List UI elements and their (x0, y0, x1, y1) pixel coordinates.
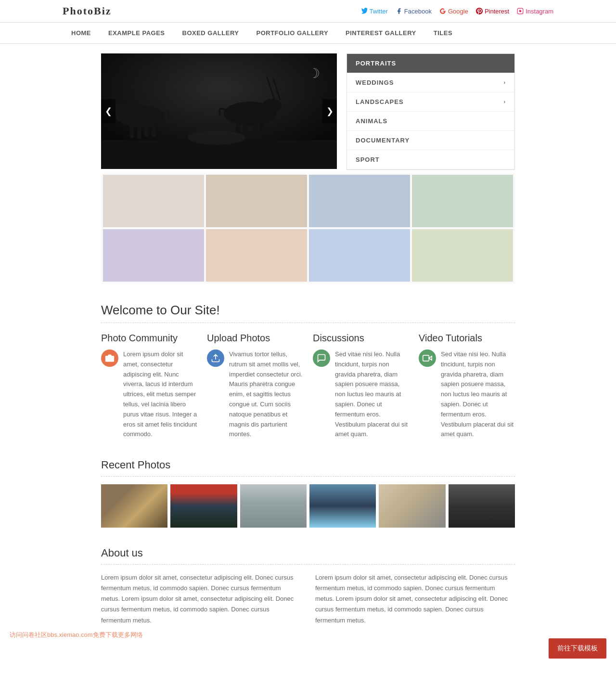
category-sidebar: PORTRAITS WEDDINGS › LANDSCAPES › ANIMAL… (346, 53, 515, 170)
photos-grid (101, 484, 515, 528)
photo-thumb-1[interactable] (101, 484, 167, 528)
svg-rect-25 (423, 355, 429, 361)
gallery-thumb[interactable] (412, 229, 513, 282)
svg-rect-11 (144, 123, 148, 137)
photo-thumb-5[interactable] (379, 484, 445, 528)
camera-icon (101, 349, 118, 367)
slider-prev-button[interactable]: ❮ (101, 99, 116, 123)
feature-title-discussions: Discussions (313, 333, 409, 344)
svg-rect-10 (137, 125, 141, 139)
about-grid: Lorem ipsum dolor sit amet, consectetur … (101, 572, 515, 625)
gallery-thumb[interactable] (103, 175, 204, 227)
feature-body-discussions: Sed vitae nisi leo. Nulla tincidunt, tur… (313, 349, 409, 440)
header: PhotoBiz Twitter Facebook Google Pintere… (0, 0, 616, 23)
sidebar-item-sport[interactable]: SPORT (347, 150, 514, 169)
welcome-heading: Welcome to Our Site! (101, 303, 515, 323)
svg-point-14 (262, 99, 282, 112)
twitter-label: Twitter (370, 8, 388, 15)
facebook-icon (396, 8, 402, 14)
gallery-thumb[interactable] (206, 175, 307, 227)
nav-portfolio-gallery[interactable]: PORTFOLIO GALLERY (248, 23, 337, 43)
logo: PhotoBiz (63, 5, 112, 17)
svg-marker-24 (429, 356, 432, 360)
cta-button[interactable]: 前往下载模板 (549, 638, 606, 645)
pinterest-link[interactable]: Pinterest (476, 8, 509, 15)
google-label: Google (448, 8, 468, 15)
gallery-thumb[interactable] (412, 175, 513, 227)
video-icon (419, 349, 436, 367)
nav-boxed-gallery[interactable]: BOXED GALLERY (174, 23, 248, 43)
about-text-left: Lorem ipsum dolor sit amet, consectetur … (101, 572, 301, 625)
feature-body-video: Sed vitae nisi leo. Nulla tincidunt, tur… (419, 349, 515, 440)
instagram-icon (517, 8, 524, 14)
svg-rect-19 (253, 122, 257, 136)
feature-text-upload: Vivamus tortor tellus, rutrum sit amet m… (229, 349, 303, 440)
sidebar-item-portraits[interactable]: PORTRAITS (347, 54, 514, 73)
pinterest-icon (476, 8, 483, 14)
instagram-link[interactable]: Instagram (517, 8, 553, 15)
image-slider: ☽ ❮ ❯ (101, 53, 337, 169)
recent-photos-section: Recent Photos (101, 459, 515, 528)
instagram-label: Instagram (526, 8, 553, 15)
about-heading: About us (101, 547, 515, 565)
photo-thumb-2[interactable] (170, 484, 237, 528)
feature-body-community: Lorem ipsum dolor sit amet, consectetur … (101, 349, 197, 440)
feature-video-tutorials: Video Tutorials Sed vitae nisi leo. Null… (419, 333, 515, 440)
svg-point-21 (188, 130, 245, 145)
nav-example-pages[interactable]: EXAMPLE PAGES (100, 23, 174, 43)
hero-section: ☽ ❮ ❯ PORTRAITS WEDDINGS › LANDSCAPES › (101, 53, 515, 170)
discussion-icon (313, 349, 330, 367)
navigation: HOME EXAMPLE PAGES BOXED GALLERY PORTFOL… (0, 23, 616, 44)
photo-thumb-3[interactable] (240, 484, 307, 528)
watermark: 访问问卷社区bbs.xiemao.com免费下载更多网络 (10, 631, 143, 639)
social-links: Twitter Facebook Google Pinterest Instag… (361, 8, 553, 15)
feature-text-video: Sed vitae nisi leo. Nulla tincidunt, tur… (441, 349, 515, 440)
slider-next-button[interactable]: ❯ (322, 99, 337, 123)
nav-tiles[interactable]: TILES (425, 23, 461, 43)
feature-text-discussions: Sed vitae nisi leo. Nulla tincidunt, tur… (335, 349, 409, 440)
landscapes-arrow-icon: › (504, 99, 506, 104)
welcome-section: Welcome to Our Site! (101, 303, 515, 323)
pinterest-label: Pinterest (485, 8, 509, 15)
feature-body-upload: Vivamus tortor tellus, rutrum sit amet m… (207, 349, 303, 440)
feature-title-video: Video Tutorials (419, 333, 515, 344)
bottom-cta: 前往下载模板 (549, 638, 606, 645)
nav-home[interactable]: HOME (63, 23, 100, 43)
gallery-thumb[interactable] (206, 229, 307, 282)
photo-thumb-6[interactable] (449, 484, 515, 528)
hero-svg (101, 53, 337, 169)
sidebar-item-animals[interactable]: ANIMALS (347, 112, 514, 131)
slider-image: ☽ (101, 53, 337, 169)
sidebar-item-weddings[interactable]: WEDDINGS › (347, 73, 514, 92)
google-link[interactable]: Google (439, 8, 468, 15)
facebook-link[interactable]: Facebook (396, 8, 432, 15)
about-section: About us Lorem ipsum dolor sit amet, con… (101, 547, 515, 625)
upload-icon (207, 349, 224, 367)
recent-photos-heading: Recent Photos (101, 459, 515, 477)
twitter-icon (361, 8, 368, 14)
svg-rect-20 (260, 123, 264, 137)
gallery-thumb[interactable] (309, 229, 410, 282)
sidebar-item-documentary[interactable]: DOCUMENTARY (347, 131, 514, 150)
feature-text-community: Lorem ipsum dolor sit amet, consectetur … (123, 349, 197, 440)
svg-rect-12 (152, 125, 155, 137)
sidebar-item-landscapes[interactable]: LANDSCAPES › (347, 92, 514, 112)
feature-discussions: Discussions Sed vitae nisi leo. Nulla ti… (313, 333, 409, 440)
gallery-thumb[interactable] (309, 175, 410, 227)
feature-title-community: Photo Community (101, 333, 197, 344)
feature-title-upload: Upload Photos (207, 333, 303, 344)
features-grid: Photo Community Lorem ipsum dolor sit am… (101, 333, 515, 440)
about-text-right: Lorem ipsum dolor sit amet, consectetur … (315, 572, 515, 625)
feature-upload-photos: Upload Photos Vivamus tortor tellus, rut… (207, 333, 303, 440)
svg-rect-9 (130, 125, 134, 138)
facebook-label: Facebook (404, 8, 432, 15)
gallery-thumb[interactable] (103, 229, 204, 282)
weddings-arrow-icon: › (504, 80, 506, 85)
google-icon (439, 8, 446, 14)
moon-icon: ☽ (308, 65, 320, 81)
twitter-link[interactable]: Twitter (361, 8, 388, 15)
nav-pinterest-gallery[interactable]: PINTEREST GALLERY (337, 23, 425, 43)
photo-thumb-4[interactable] (309, 484, 376, 528)
feature-photo-community: Photo Community Lorem ipsum dolor sit am… (101, 333, 197, 440)
gallery-area (101, 173, 515, 284)
